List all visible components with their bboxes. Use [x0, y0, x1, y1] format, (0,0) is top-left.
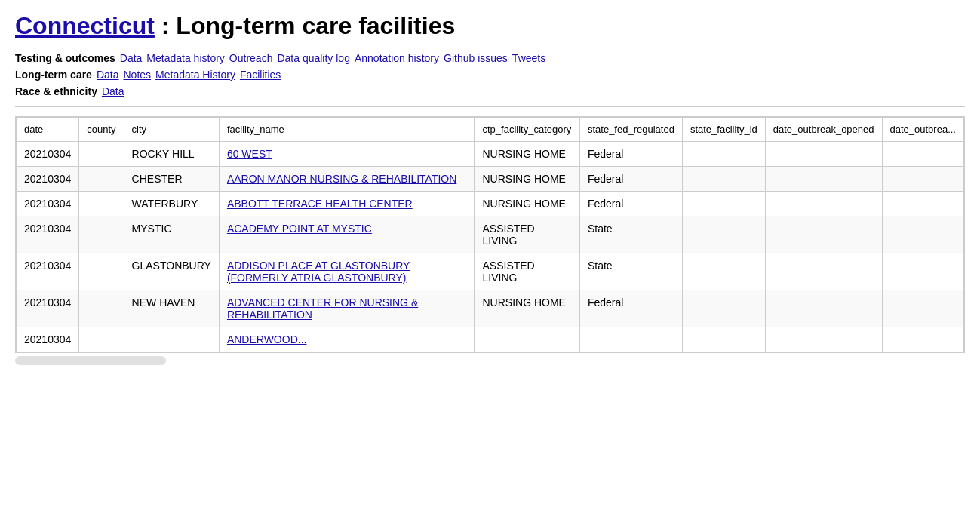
cell-date: 20210304	[17, 216, 79, 253]
cell-date-outbreak-opened	[765, 327, 882, 352]
page-title: Connecticut : Long-term care facilities	[15, 12, 965, 40]
table-row: 20210304 CHESTER AARON MANOR NURSING & R…	[17, 167, 964, 192]
cell-facility-name: ANDERWOOD...	[219, 327, 475, 352]
cell-county	[79, 142, 124, 167]
nav-link-data-race[interactable]: Data	[102, 85, 124, 97]
nav-link-github-issues[interactable]: Github issues	[444, 52, 508, 64]
nav-label-testing: Testing & outcomes	[15, 52, 115, 64]
col-header-ctp-facility-category: ctp_facility_category	[475, 118, 579, 142]
facility-link[interactable]: ABBOTT TERRACE HEALTH CENTER	[227, 198, 413, 210]
nav-link-facilities[interactable]: Facilities	[240, 69, 281, 81]
cell-facility-name: ABBOTT TERRACE HEALTH CENTER	[219, 192, 475, 216]
nav-link-data-testing[interactable]: Data	[120, 52, 143, 64]
page-title-suffix: : Long-term care facilities	[161, 12, 455, 39]
cell-category: NURSING HOME	[475, 192, 579, 216]
col-header-state-facility-id: state_facility_id	[682, 118, 765, 142]
facility-link[interactable]: ADVANCED CENTER FOR NURSING & REHABILITA…	[227, 296, 418, 321]
col-header-date: date	[17, 118, 79, 142]
cell-date-outbreak	[882, 327, 963, 352]
cell-county	[79, 216, 124, 253]
table-row: 20210304 NEW HAVEN ADVANCED CENTER FOR N…	[17, 290, 964, 327]
cell-facility-name: ADVANCED CENTER FOR NURSING & REHABILITA…	[219, 290, 475, 327]
cell-state-facility-id	[682, 167, 765, 192]
divider	[15, 106, 965, 107]
table-row: 20210304 ANDERWOOD...	[17, 327, 964, 352]
cell-date-outbreak	[882, 192, 963, 216]
cell-date: 20210304	[17, 327, 79, 352]
table-row: 20210304 GLASTONBURY ADDISON PLACE AT GL…	[17, 253, 964, 290]
facility-link[interactable]: 60 WEST	[227, 148, 272, 160]
cell-date-outbreak-opened	[765, 192, 882, 216]
table-row: 20210304 ROCKY HILL 60 WEST NURSING HOME…	[17, 142, 964, 167]
nav-link-tweets[interactable]: Tweets	[512, 52, 545, 64]
col-header-date-outbreak-opened: date_outbreak_opened	[765, 118, 882, 142]
cell-date-outbreak	[882, 290, 963, 327]
cell-state-fed: Federal	[579, 142, 682, 167]
cell-date-outbreak	[882, 142, 963, 167]
facility-link[interactable]: ADDISON PLACE AT GLASTONBURY (FORMERLY A…	[227, 259, 410, 284]
nav-race-ethnicity: Race & ethnicity Data	[15, 85, 965, 97]
cell-category: NURSING HOME	[475, 142, 579, 167]
cell-date-outbreak-opened	[765, 216, 882, 253]
nav-long-term-care: Long-term care Data Notes Metadata Histo…	[15, 69, 965, 81]
nav-label-race: Race & ethnicity	[15, 85, 97, 97]
nav-link-outreach[interactable]: Outreach	[229, 52, 273, 64]
nav-link-annotation-history[interactable]: Annotation history	[355, 52, 439, 64]
cell-state-fed: Federal	[579, 167, 682, 192]
cell-state-fed: State	[579, 216, 682, 253]
cell-city: MYSTIC	[124, 216, 219, 253]
nav-testing-outcomes: Testing & outcomes Data Metadata history…	[15, 52, 965, 64]
cell-state-facility-id	[682, 142, 765, 167]
col-header-state-fed-regulated: state_fed_regulated	[579, 118, 682, 142]
col-header-facility-name: facility_name	[219, 118, 475, 142]
cell-city: NEW HAVEN	[124, 290, 219, 327]
cell-category: NURSING HOME	[475, 167, 579, 192]
cell-date: 20210304	[17, 253, 79, 290]
cell-state-facility-id	[682, 327, 765, 352]
nav-label-ltc: Long-term care	[15, 69, 92, 81]
cell-date-outbreak-opened	[765, 253, 882, 290]
table-row: 20210304 WATERBURY ABBOTT TERRACE HEALTH…	[17, 192, 964, 216]
table-row: 20210304 MYSTIC ACADEMY POINT AT MYSTIC …	[17, 216, 964, 253]
col-header-city: city	[124, 118, 219, 142]
cell-category: NURSING HOME	[475, 290, 579, 327]
cell-facility-name: AARON MANOR NURSING & REHABILITATION	[219, 167, 475, 192]
cell-facility-name: 60 WEST	[219, 142, 475, 167]
cell-city: ROCKY HILL	[124, 142, 219, 167]
facility-link[interactable]: AARON MANOR NURSING & REHABILITATION	[227, 173, 456, 185]
cell-facility-name: ADDISON PLACE AT GLASTONBURY (FORMERLY A…	[219, 253, 475, 290]
cell-date: 20210304	[17, 290, 79, 327]
facility-link[interactable]: ACADEMY POINT AT MYSTIC	[227, 223, 372, 235]
cell-date-outbreak	[882, 216, 963, 253]
facilities-table: date county city facility_name ctp_facil…	[16, 117, 964, 352]
cell-county	[79, 327, 124, 352]
cell-state-fed: State	[579, 253, 682, 290]
cell-date: 20210304	[17, 167, 79, 192]
state-link[interactable]: Connecticut	[15, 12, 155, 39]
table-header-row: date county city facility_name ctp_facil…	[17, 118, 964, 142]
cell-date-outbreak-opened	[765, 167, 882, 192]
cell-date-outbreak	[882, 253, 963, 290]
nav-link-metadata-history-ltc[interactable]: Metadata History	[155, 69, 235, 81]
cell-category	[475, 327, 579, 352]
horizontal-scrollbar[interactable]	[15, 356, 166, 365]
cell-state-facility-id	[682, 290, 765, 327]
nav-link-metadata-history[interactable]: Metadata history	[146, 52, 225, 64]
nav-link-data-ltc[interactable]: Data	[97, 69, 119, 81]
cell-category: ASSISTED LIVING	[475, 253, 579, 290]
cell-state-fed: Federal	[579, 290, 682, 327]
cell-city: GLASTONBURY	[124, 253, 219, 290]
cell-state-facility-id	[682, 216, 765, 253]
nav-link-notes[interactable]: Notes	[124, 69, 152, 81]
cell-city	[124, 327, 219, 352]
facility-link[interactable]: ANDERWOOD...	[227, 333, 307, 345]
cell-state-fed: Federal	[579, 192, 682, 216]
cell-county	[79, 290, 124, 327]
nav-link-data-quality-log[interactable]: Data quality log	[277, 52, 350, 64]
cell-city: CHESTER	[124, 167, 219, 192]
cell-facility-name: ACADEMY POINT AT MYSTIC	[219, 216, 475, 253]
col-header-county: county	[79, 118, 124, 142]
cell-date-outbreak-opened	[765, 142, 882, 167]
cell-date: 20210304	[17, 192, 79, 216]
cell-date-outbreak-opened	[765, 290, 882, 327]
